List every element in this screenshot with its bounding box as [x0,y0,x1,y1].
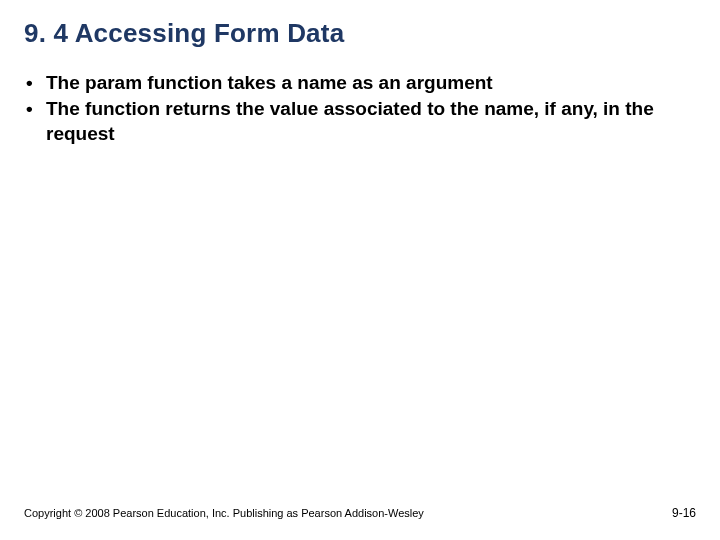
footer: Copyright © 2008 Pearson Education, Inc.… [24,506,696,520]
slide-title: 9. 4 Accessing Form Data [24,18,696,49]
list-item: The function returns the value associate… [24,97,696,146]
page-number: 9-16 [672,506,696,520]
copyright-text: Copyright © 2008 Pearson Education, Inc.… [24,507,424,519]
bullet-list: The param function takes a name as an ar… [24,71,696,146]
slide: 9. 4 Accessing Form Data The param funct… [0,0,720,540]
list-item: The param function takes a name as an ar… [24,71,696,95]
